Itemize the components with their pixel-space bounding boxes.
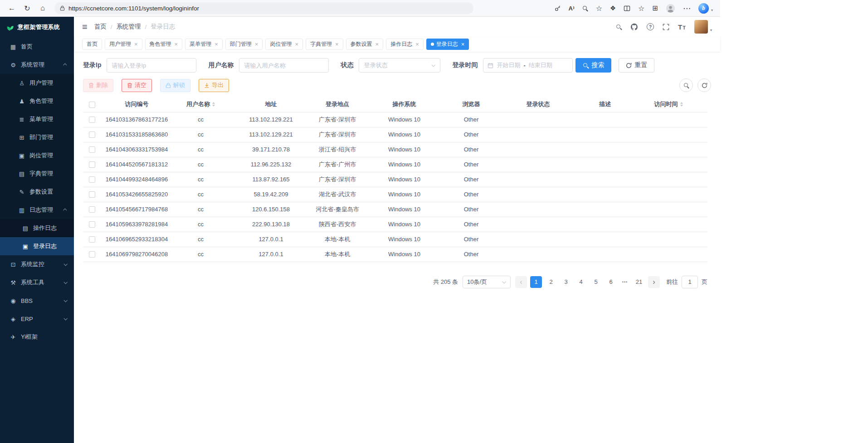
refresh-table-button[interactable]	[697, 78, 711, 92]
breadcrumb-item[interactable]: 首页	[94, 23, 107, 31]
sidebar-item-bbs[interactable]: ◉BBS	[0, 292, 74, 310]
tab-item[interactable]: 登录日志×	[426, 39, 469, 50]
row-checkbox[interactable]	[89, 251, 95, 258]
page-size-select[interactable]: 10条/页	[463, 276, 511, 288]
sidebar-item-operation-log[interactable]: ▤操作日志	[0, 219, 74, 237]
sidebar-item-system-tools[interactable]: ⚒系统工具	[0, 273, 74, 292]
close-icon[interactable]: ×	[461, 41, 465, 47]
reset-button[interactable]: 重置	[619, 58, 654, 73]
row-checkbox[interactable]	[89, 131, 95, 138]
sidebar-item-system-monitor[interactable]: ⊡系统监控	[0, 255, 74, 273]
row-checkbox[interactable]	[89, 191, 95, 198]
tab-item[interactable]: 部门管理×	[225, 39, 263, 50]
help-icon[interactable]: ?	[647, 23, 654, 30]
export-button[interactable]: 导出	[199, 79, 229, 92]
favorites-add-icon[interactable]: ☆	[596, 4, 602, 13]
tab-item[interactable]: 用户管理×	[105, 39, 142, 50]
row-checkbox[interactable]	[89, 221, 95, 228]
unlock-button[interactable]: 解锁	[160, 79, 190, 92]
sort-icon[interactable]	[680, 102, 683, 107]
sort-icon[interactable]	[212, 102, 215, 107]
row-checkbox[interactable]	[89, 206, 95, 213]
more-menu-icon[interactable]: ⋯	[683, 4, 691, 13]
close-icon[interactable]: ×	[295, 41, 298, 47]
sidebar-item-log-mgmt[interactable]: ▥日志管理	[0, 201, 74, 219]
username-input[interactable]	[239, 58, 329, 73]
tab-item[interactable]: 操作日志×	[386, 39, 424, 50]
row-checkbox[interactable]	[89, 146, 95, 153]
text-size-icon[interactable]: TT	[678, 24, 686, 30]
tab-item[interactable]: 字典管理×	[306, 39, 343, 50]
sidebar-item-param-settings[interactable]: ✎参数设置	[0, 183, 74, 201]
split-screen-icon[interactable]	[624, 5, 630, 12]
row-checkbox[interactable]	[89, 161, 95, 168]
sidebar-item-login-log[interactable]: ▣登录日志	[0, 237, 74, 255]
page-button-1[interactable]: 1	[530, 276, 542, 288]
prev-page-button[interactable]: ‹	[515, 276, 527, 288]
zoom-out-icon[interactable]	[582, 5, 588, 11]
copilot-caret-icon[interactable]: ▾	[711, 8, 713, 12]
page-button-4[interactable]: 4	[575, 276, 587, 288]
close-icon[interactable]: ×	[335, 41, 339, 47]
tab-item[interactable]: 参数设置×	[346, 39, 384, 50]
page-button-3[interactable]: 3	[560, 276, 572, 288]
address-bar[interactable]: https://ccnetcore.com:1101/system/log/lo…	[54, 2, 473, 14]
extensions-icon[interactable]: ❖	[610, 5, 616, 12]
user-menu-caret-icon[interactable]: ▾	[710, 28, 712, 32]
row-checkbox[interactable]	[89, 236, 95, 243]
close-icon[interactable]: ×	[215, 41, 218, 47]
delete-button[interactable]: 删除	[83, 79, 113, 92]
copilot-icon[interactable]: b	[698, 3, 709, 14]
user-avatar[interactable]	[694, 20, 708, 34]
login-ip-input[interactable]	[107, 58, 196, 73]
sidebar-item-home[interactable]: ▦首页	[0, 38, 74, 56]
close-icon[interactable]: ×	[255, 41, 258, 47]
sidebar-item-system-mgmt[interactable]: ⚙系统管理	[0, 56, 74, 74]
page-button-21[interactable]: 21	[633, 276, 645, 288]
show-search-button[interactable]	[679, 78, 693, 92]
tab-item[interactable]: 菜单管理×	[185, 39, 223, 50]
page-button-6[interactable]: 6	[605, 276, 617, 288]
github-icon[interactable]	[630, 23, 638, 31]
page-button-5[interactable]: 5	[590, 276, 602, 288]
fullscreen-icon[interactable]	[663, 24, 669, 30]
reload-button[interactable]: ↻	[21, 2, 34, 15]
search-button[interactable]: 搜索	[575, 58, 611, 73]
sidebar-item-yi-framework[interactable]: ✈Yi框架	[0, 328, 74, 346]
sidebar-item-post-mgmt[interactable]: ▣岗位管理	[0, 146, 74, 165]
tab-item[interactable]: 岗位管理×	[265, 39, 303, 50]
status-select[interactable]: 登录状态	[359, 58, 440, 73]
sidebar-item-dict-mgmt[interactable]: ▤字典管理	[0, 165, 74, 183]
row-checkbox[interactable]	[89, 176, 95, 183]
tab-item[interactable]: 首页	[82, 39, 102, 50]
row-checkbox[interactable]	[89, 117, 95, 123]
close-icon[interactable]: ×	[375, 41, 379, 47]
back-button[interactable]: ←	[5, 2, 18, 15]
breadcrumb-item[interactable]: 系统管理	[116, 23, 141, 31]
close-icon[interactable]: ×	[175, 41, 178, 47]
sidebar-item-erp[interactable]: ◈ERP	[0, 310, 74, 328]
select-all-checkbox[interactable]	[89, 102, 95, 108]
close-icon[interactable]: ×	[134, 41, 138, 47]
search-icon[interactable]	[616, 24, 622, 30]
column-header[interactable]: 访问时间	[629, 97, 707, 112]
sidebar-toggle-icon[interactable]: ≡	[82, 22, 88, 31]
home-button[interactable]: ⌂	[36, 2, 49, 15]
date-range-picker[interactable]: 开始日期 - 结束日期	[483, 58, 573, 73]
browser-profile-avatar[interactable]	[666, 4, 675, 13]
collections-icon[interactable]: ⊞	[652, 4, 658, 12]
page-button-2[interactable]: 2	[545, 276, 557, 288]
sidebar-item-role-mgmt[interactable]: ♟角色管理	[0, 92, 74, 110]
sidebar-item-user-mgmt[interactable]: ♙用户管理	[0, 74, 74, 92]
clear-button[interactable]: 清空	[122, 79, 152, 92]
read-aloud-icon[interactable]: A⁾	[569, 5, 575, 12]
sidebar-item-menu-mgmt[interactable]: ≣菜单管理	[0, 110, 74, 128]
sidebar-item-dept-mgmt[interactable]: ⊞部门管理	[0, 128, 74, 146]
more-pages-icon[interactable]: •••	[620, 280, 630, 284]
goto-page-input[interactable]	[682, 276, 698, 288]
column-header[interactable]: 用户名称	[172, 97, 229, 112]
close-icon[interactable]: ×	[415, 41, 419, 47]
tab-item[interactable]: 角色管理×	[145, 39, 183, 50]
next-page-button[interactable]: ›	[648, 276, 660, 288]
passwords-key-icon[interactable]	[555, 5, 561, 11]
